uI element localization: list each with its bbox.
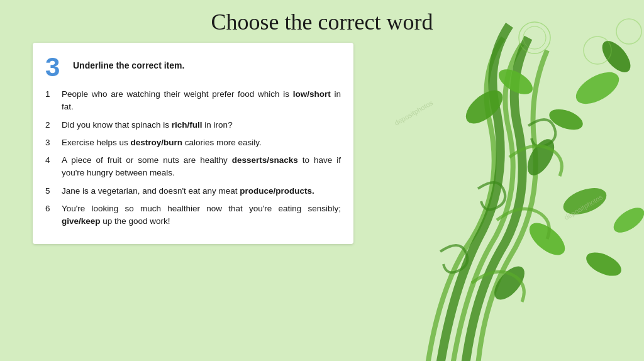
list-item: 6 You're looking so much healthier now t… — [45, 203, 341, 228]
item-number: 5 — [45, 185, 55, 197]
svg-point-3 — [522, 135, 560, 179]
content-card: 3 Underline the correct item. 1 People w… — [33, 43, 353, 244]
exercise-number: 3 — [45, 54, 65, 81]
exercise-instruction: Underline the correct item. — [73, 54, 184, 70]
item-number: 2 — [45, 119, 55, 131]
list-item: 1 People who are watching their weight p… — [45, 88, 341, 114]
item-text: A piece of fruit or some nuts are health… — [62, 154, 341, 180]
page-title: Choose the correct word — [0, 9, 644, 35]
exercise-items-list: 1 People who are watching their weight p… — [45, 88, 341, 228]
svg-text:depositphotos: depositphotos — [563, 193, 604, 221]
item-text: Jane is a vegetarian, and doesn't eat an… — [62, 185, 341, 197]
svg-point-9 — [489, 261, 530, 305]
exercise-header: 3 Underline the correct item. — [45, 54, 341, 81]
svg-point-6 — [597, 36, 636, 77]
svg-point-4 — [547, 105, 586, 133]
svg-point-2 — [495, 64, 537, 99]
list-item: 2 Did you know that spinach is rich/full… — [45, 119, 341, 131]
list-item: 3 Exercise helps us destroy/burn calorie… — [45, 136, 341, 149]
list-item: 5 Jane is a vegetarian, and doesn't eat … — [45, 185, 341, 197]
svg-point-5 — [571, 66, 625, 111]
item-text: Exercise helps us destroy/burn calories … — [62, 136, 341, 149]
svg-point-1 — [460, 84, 509, 130]
svg-point-11 — [609, 203, 644, 237]
svg-point-10 — [582, 248, 625, 281]
svg-point-7 — [560, 183, 610, 219]
svg-text:depositphotos: depositphotos — [393, 99, 435, 127]
item-number: 4 — [45, 154, 55, 180]
list-item: 4 A piece of fruit or some nuts are heal… — [45, 154, 341, 180]
svg-point-14 — [584, 36, 611, 64]
item-number: 6 — [45, 203, 55, 228]
item-number: 3 — [45, 136, 55, 149]
item-text: People who are watching their weight pre… — [62, 88, 341, 114]
svg-point-8 — [524, 217, 570, 261]
item-number: 1 — [45, 88, 55, 114]
item-text: You're looking so much healthier now tha… — [62, 203, 341, 228]
item-text: Did you know that spinach is rich/full i… — [62, 119, 341, 131]
